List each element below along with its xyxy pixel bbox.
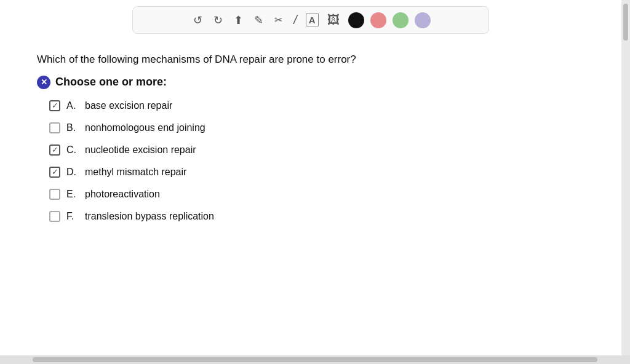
- pencil-icon[interactable]: ✎: [252, 12, 266, 28]
- options-list: ✓ A. base excision repair B. nonhomologo…: [37, 100, 584, 222]
- option-text-d: methyl mismatch repair: [85, 167, 186, 178]
- select-icon[interactable]: ⬆: [231, 12, 245, 28]
- checkbox-e[interactable]: [49, 189, 60, 200]
- option-letter-a: A.: [66, 100, 79, 111]
- option-text-b: nonhomologous end joining: [85, 122, 205, 133]
- pink-color-button[interactable]: [370, 12, 386, 28]
- checkbox-a[interactable]: ✓: [49, 100, 60, 111]
- option-a[interactable]: ✓ A. base excision repair: [49, 100, 584, 111]
- question-container: Which of the following mechanisms of DNA…: [0, 34, 621, 251]
- option-letter-e: E.: [66, 189, 79, 200]
- option-text-c: nucleotide excision repair: [85, 144, 196, 156]
- checkbox-d[interactable]: ✓: [49, 167, 60, 178]
- right-scrollbar[interactable]: [621, 0, 630, 355]
- choose-label-row: ✕ Choose one or more:: [37, 76, 584, 89]
- checkbox-b[interactable]: [49, 122, 60, 133]
- green-color-button[interactable]: [393, 12, 409, 28]
- x-badge: ✕: [37, 76, 50, 89]
- text-icon[interactable]: A: [306, 14, 319, 26]
- choose-label: Choose one or more:: [55, 76, 167, 89]
- option-d[interactable]: ✓ D. methyl mismatch repair: [49, 167, 584, 178]
- option-text-e: photoreactivation: [85, 189, 160, 200]
- option-e[interactable]: E. photoreactivation: [49, 189, 584, 200]
- option-letter-f: F.: [66, 211, 79, 222]
- bottom-scrollbar-thumb[interactable]: [33, 357, 597, 362]
- black-color-button[interactable]: [348, 12, 364, 28]
- option-letter-c: C.: [66, 144, 79, 156]
- option-letter-d: D.: [66, 167, 79, 178]
- option-text-a: base excision repair: [85, 100, 172, 111]
- option-text-f: translesion bypass replication: [85, 211, 214, 222]
- right-scrollbar-thumb[interactable]: [623, 4, 628, 41]
- bottom-scrollbar[interactable]: [0, 355, 630, 364]
- option-f[interactable]: F. translesion bypass replication: [49, 211, 584, 222]
- image-icon[interactable]: 🖼: [325, 12, 342, 28]
- redo-icon[interactable]: ↻: [211, 12, 225, 28]
- line-icon[interactable]: /: [291, 12, 300, 28]
- checkbox-f[interactable]: [49, 211, 60, 222]
- option-c[interactable]: ✓ C. nucleotide excision repair: [49, 144, 584, 156]
- option-b[interactable]: B. nonhomologous end joining: [49, 122, 584, 133]
- question-text: Which of the following mechanisms of DNA…: [37, 52, 584, 67]
- scissors-icon[interactable]: ✂: [272, 13, 285, 27]
- option-letter-b: B.: [66, 122, 79, 133]
- undo-icon[interactable]: ↺: [191, 12, 205, 28]
- drawing-toolbar: ↺ ↻ ⬆ ✎ ✂ / A 🖼: [132, 6, 489, 34]
- lavender-color-button[interactable]: [415, 12, 431, 28]
- checkbox-c[interactable]: ✓: [49, 144, 60, 156]
